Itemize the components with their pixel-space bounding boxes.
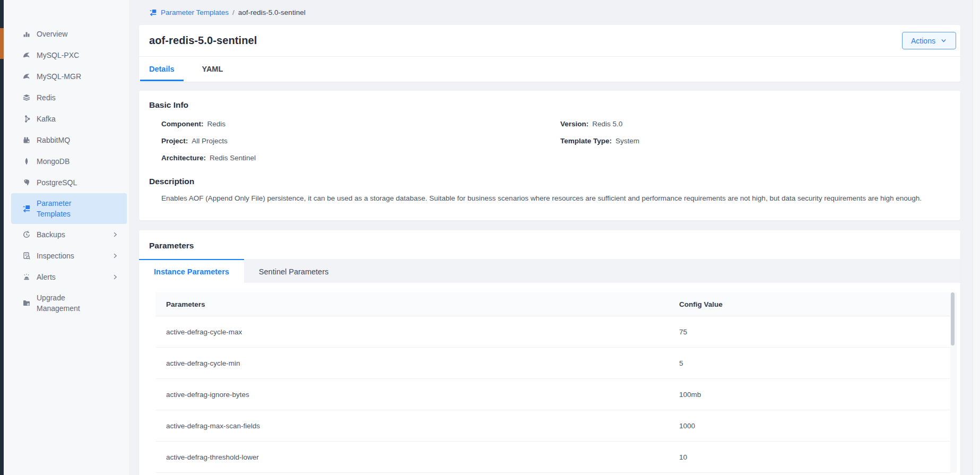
sidebar-item-rabbitmq[interactable]: RabbitMQ — [11, 129, 127, 151]
sidebar-item-kafka[interactable]: Kafka — [11, 108, 127, 129]
sidebar-item-postgresql[interactable]: PostgreSQL — [11, 172, 127, 193]
alert-icon — [22, 273, 31, 281]
chevron-right-icon — [112, 231, 118, 238]
tab-details[interactable]: Details — [140, 57, 184, 81]
basic-info-title: Basic Info — [149, 100, 950, 110]
table-scrollbar-thumb[interactable] — [951, 292, 955, 346]
actions-button[interactable]: Actions — [902, 32, 956, 49]
parameters-table: Parameters Config Value active-defrag-cy… — [155, 292, 957, 473]
template-icon — [22, 204, 31, 213]
kafka-icon — [22, 115, 31, 123]
basic-info-card: Basic Info Component:Redis Version:Redis… — [139, 91, 960, 220]
upgrade-icon — [22, 299, 31, 307]
field-architecture: Architecture:Redis Sentinel — [161, 152, 560, 164]
chevron-down-icon — [940, 37, 947, 44]
sidebar-item-mysql-pxc[interactable]: MySQL-PXC — [11, 45, 127, 66]
table-row: active-defrag-cycle-min 5 — [155, 348, 950, 379]
field-project: Project:All Projects — [161, 135, 560, 147]
breadcrumb-current: aof-redis-5.0-sentinel — [238, 8, 306, 16]
param-name-cell: active-defrag-max-scan-fields — [155, 422, 679, 430]
rabbit-icon — [22, 136, 31, 144]
parameters-card: Parameters Instance Parameters Sentinel … — [139, 230, 960, 475]
sidebar-item-alerts[interactable]: Alerts — [11, 266, 127, 288]
dolphin-icon — [22, 51, 31, 59]
dolphin-icon — [22, 72, 31, 81]
field-template-type: Template Type:System — [560, 135, 950, 147]
chevron-right-icon — [112, 274, 118, 280]
leaf-icon — [22, 157, 31, 166]
param-name-cell: active-defrag-cycle-max — [155, 328, 679, 336]
table-header-row: Parameters Config Value — [155, 292, 950, 316]
tab-instance-parameters[interactable]: Instance Parameters — [139, 259, 244, 283]
page-title: aof-redis-5.0-sentinel — [149, 34, 257, 47]
breadcrumb-separator: / — [232, 8, 235, 16]
rail-accent-marker — [0, 28, 4, 59]
sidebar-item-overview[interactable]: Overview — [11, 23, 127, 45]
left-rail — [0, 0, 4, 475]
elephant-icon — [22, 178, 31, 187]
inspection-icon — [22, 252, 31, 260]
param-name-cell: active-defrag-cycle-min — [155, 359, 679, 367]
field-version: Version:Redis 5.0 — [560, 118, 950, 130]
description-text: Enables AOF (Append Only File) persisten… — [149, 193, 950, 204]
sidebar-item-upgrade-management[interactable]: Upgrade Management — [11, 288, 127, 318]
breadcrumb: Parameter Templates / aof-redis-5.0-sent… — [139, 0, 960, 25]
table-row: active-defrag-threshold-lower 10 — [155, 442, 950, 473]
param-value-cell: 100mb — [679, 391, 950, 399]
backup-icon — [22, 230, 31, 239]
param-value-cell: 75 — [679, 328, 950, 336]
sidebar-item-backups[interactable]: Backups — [11, 224, 127, 245]
detail-tabs: Details YAML — [139, 57, 960, 81]
field-component: Component:Redis — [161, 118, 560, 130]
sidebar-item-redis[interactable]: Redis — [11, 87, 127, 108]
param-name-cell: active-defrag-ignore-bytes — [155, 391, 679, 399]
stack-icon — [22, 93, 31, 102]
table-row: active-defrag-ignore-bytes 100mb — [155, 379, 950, 410]
sidebar-item-parameter-templates[interactable]: Parameter Templates — [11, 193, 127, 224]
parameters-title: Parameters — [139, 241, 960, 251]
param-value-cell: 10 — [679, 453, 950, 461]
tab-sentinel-parameters[interactable]: Sentinel Parameters — [244, 259, 343, 283]
breadcrumb-root-link[interactable]: Parameter Templates — [161, 8, 229, 16]
column-header-config-value: Config Value — [679, 300, 950, 308]
param-name-cell: active-defrag-threshold-lower — [155, 453, 679, 461]
page-scrollbar-track[interactable] — [973, 0, 980, 475]
main-area: Parameter Templates / aof-redis-5.0-sent… — [129, 0, 980, 475]
sidebar: Overview MySQL-PXC MySQL-MGR Redis Kafka… — [4, 0, 129, 475]
sidebar-item-mysql-mgr[interactable]: MySQL-MGR — [11, 66, 127, 87]
chevron-right-icon — [112, 253, 118, 259]
parameters-tabs: Instance Parameters Sentinel Parameters — [139, 259, 960, 283]
basic-info-grid: Component:Redis Version:Redis 5.0 Projec… — [149, 118, 950, 164]
description-title: Description — [149, 177, 950, 186]
app-window: Overview MySQL-PXC MySQL-MGR Redis Kafka… — [0, 0, 980, 475]
bar-chart-icon — [22, 30, 31, 38]
table-row: active-defrag-cycle-max 75 — [155, 316, 950, 348]
param-value-cell: 1000 — [679, 422, 950, 430]
sidebar-item-inspections[interactable]: Inspections — [11, 245, 127, 266]
sidebar-item-mongodb[interactable]: MongoDB — [11, 151, 127, 172]
column-header-parameters: Parameters — [155, 300, 679, 308]
title-row: aof-redis-5.0-sentinel Actions — [139, 25, 960, 57]
actions-button-label: Actions — [911, 37, 935, 45]
parameter-templates-icon — [149, 8, 157, 16]
table-row: active-defrag-max-scan-fields 1000 — [155, 410, 950, 442]
detail-header-card: aof-redis-5.0-sentinel Actions Details Y… — [139, 25, 960, 82]
param-value-cell: 5 — [679, 359, 950, 367]
tab-yaml[interactable]: YAML — [193, 57, 232, 81]
